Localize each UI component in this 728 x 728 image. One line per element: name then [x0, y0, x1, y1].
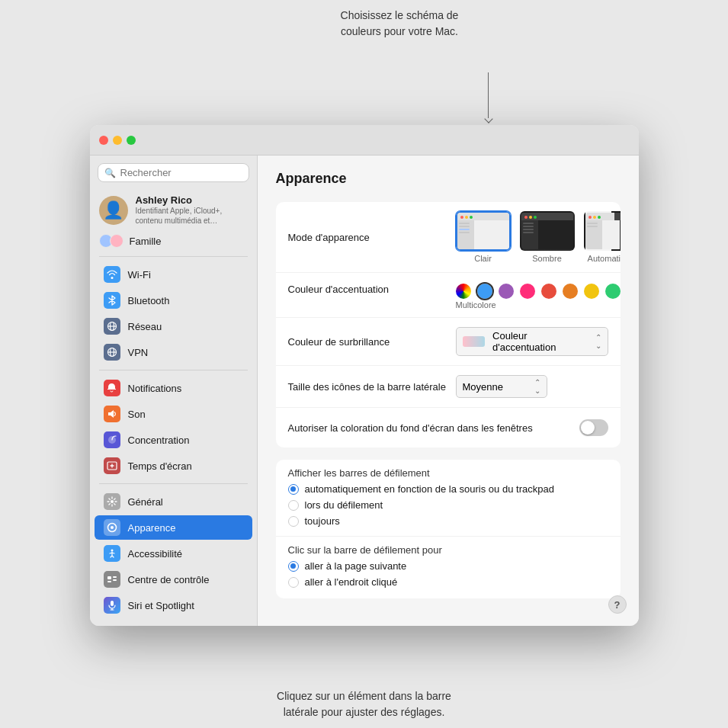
- thumb-content-light: [457, 220, 509, 249]
- son-icon: [104, 406, 120, 422]
- svg-rect-14: [113, 576, 117, 578]
- color-red[interactable]: [541, 284, 556, 299]
- clic-option-suivante[interactable]: aller à la page suivante: [288, 560, 608, 572]
- sidebar-item-siri-label: Siri et Spotlight: [128, 600, 194, 611]
- barres-auto-label: automatiquement en fonction de la souris…: [305, 483, 554, 495]
- mode-clair[interactable]: Clair: [456, 211, 511, 263]
- radio-toujours[interactable]: [288, 516, 299, 527]
- radio-defilement[interactable]: [288, 500, 299, 511]
- multicolore-label: Multicolore: [456, 300, 621, 309]
- sidebar-item-son-label: Son: [128, 409, 146, 420]
- settings-window: 🔍 👤 Ashley Rico Identifiant Apple, iClou…: [90, 125, 639, 626]
- appearance-options: Clair: [456, 211, 621, 263]
- thumb-rows: [457, 220, 474, 236]
- sidebar-item-apparence[interactable]: Apparence: [95, 515, 252, 540]
- color-multicolore[interactable]: [456, 284, 471, 299]
- icones-dropdown[interactable]: Moyenne ⌃⌄: [456, 375, 547, 398]
- thumb-content-auto: [585, 220, 621, 249]
- wifi-icon: [104, 266, 120, 283]
- dot-red-d: [524, 216, 528, 219]
- sidebar-item-vpn[interactable]: VPN: [95, 340, 252, 364]
- sidebar-item-centre[interactable]: Centre de contrôle: [95, 567, 252, 592]
- radio-auto[interactable]: [288, 484, 299, 495]
- color-purple[interactable]: [499, 284, 514, 299]
- thumb-sidebar-d: [521, 220, 538, 249]
- sidebar-item-bluetooth-label: Bluetooth: [128, 295, 170, 306]
- thumb-row-al: [587, 223, 598, 224]
- mode-sombre-thumb[interactable]: [520, 211, 575, 251]
- coloration-control: [579, 419, 608, 436]
- mode-auto[interactable]: Automatique: [584, 211, 621, 263]
- sidebar-item-general[interactable]: Général: [95, 489, 252, 514]
- radio-suivante[interactable]: [288, 561, 299, 572]
- minimize-button[interactable]: [113, 136, 122, 145]
- profile-item[interactable]: 👤 Ashley Rico Identifiant Apple, iCloud+…: [90, 190, 257, 230]
- close-button[interactable]: [99, 136, 108, 145]
- color-pink[interactable]: [520, 284, 535, 299]
- dot-green: [470, 216, 473, 219]
- sidebar-item-reseau[interactable]: Réseau: [95, 314, 252, 338]
- sidebar-item-son[interactable]: Son: [95, 402, 252, 426]
- sidebar-divider-2: [99, 370, 248, 370]
- sidebar-item-notifications[interactable]: Notifications: [95, 376, 252, 400]
- sidebar-item-accessibilite[interactable]: Accessibilité: [95, 541, 252, 566]
- color-yellow[interactable]: [584, 284, 599, 299]
- callout-line: [488, 72, 489, 118]
- radio-clique[interactable]: [288, 577, 299, 588]
- barres-defilement-label: lors du défilement: [305, 499, 383, 511]
- mode-clair-thumb[interactable]: [456, 211, 511, 251]
- svg-rect-15: [113, 579, 117, 581]
- clic-header: Clic sur la barre de défilement pour: [276, 537, 621, 560]
- mode-auto-label: Automatique: [588, 254, 621, 263]
- clic-radio-group: aller à la page suivante aller à l'endro…: [288, 560, 608, 588]
- page-title: Apparence: [276, 171, 621, 187]
- surbrillance-dropdown[interactable]: Couleur d'accentuation ⌃⌄: [456, 327, 608, 356]
- sidebar-item-concentration[interactable]: Concentration: [95, 428, 252, 452]
- main-content: Apparence Mode d'apparence: [258, 156, 639, 626]
- sidebar-item-siri[interactable]: Siri et Spotlight: [95, 593, 252, 617]
- thumb-row-d: [523, 232, 534, 233]
- centre-icon: [104, 571, 120, 588]
- coloration-toggle[interactable]: [579, 419, 608, 436]
- coloration-row: Autoriser la coloration du fond d'écran …: [276, 408, 621, 447]
- svg-rect-13: [107, 576, 111, 579]
- sidebar-item-temps[interactable]: Temps d'écran: [95, 454, 252, 478]
- search-input[interactable]: [120, 167, 242, 178]
- clic-clique-label: aller à l'endroit cliqué: [305, 576, 398, 588]
- barres-option-toujours[interactable]: toujours: [288, 515, 608, 527]
- reseau-icon: [104, 318, 120, 335]
- thumb-row-selected: [459, 229, 470, 230]
- thumb-row-d: [523, 226, 534, 227]
- mode-clair-label: Clair: [474, 254, 492, 263]
- surbrillance-control: Couleur d'accentuation ⌃⌄: [456, 327, 608, 356]
- barres-option-defilement[interactable]: lors du défilement: [288, 499, 608, 511]
- color-orange[interactable]: [563, 284, 578, 299]
- mode-auto-thumb[interactable]: [584, 211, 621, 251]
- thumb-main-auto: [602, 220, 621, 249]
- mode-sombre[interactable]: Sombre: [520, 211, 575, 263]
- sidebar-item-wifi[interactable]: Wi‑Fi: [95, 262, 252, 287]
- thumb-main: [474, 220, 509, 249]
- barres-option-auto[interactable]: automatiquement en fonction de la souris…: [288, 483, 608, 495]
- sidebar-item-bluetooth[interactable]: Bluetooth: [95, 288, 252, 313]
- concentration-icon: [104, 431, 120, 448]
- search-icon: 🔍: [104, 168, 116, 178]
- help-button[interactable]: ?: [608, 595, 627, 614]
- color-green[interactable]: [605, 284, 621, 299]
- temps-icon: [104, 457, 120, 474]
- thumb-row: [459, 226, 470, 227]
- dot-yellow-a: [593, 216, 596, 219]
- maximize-button[interactable]: [127, 136, 136, 145]
- vpn-icon: [104, 344, 120, 361]
- search-bar[interactable]: 🔍: [98, 163, 249, 182]
- color-blue[interactable]: [477, 284, 492, 299]
- surbrillance-row: Couleur de surbrillance Couleur d'accent…: [276, 318, 621, 366]
- accentuation-row: Couleur d'accentuation: [276, 273, 621, 318]
- svg-point-9: [111, 500, 114, 503]
- famille-item[interactable]: Famille: [90, 230, 257, 252]
- sidebar-item-vpn-label: VPN: [128, 347, 149, 358]
- clic-option-clique[interactable]: aller à l'endroit cliqué: [288, 576, 608, 588]
- profile-text: Ashley Rico Identifiant Apple, iCloud+, …: [136, 194, 223, 226]
- surbrillance-label: Couleur de surbrillance: [288, 336, 456, 348]
- famille-label: Famille: [130, 236, 162, 247]
